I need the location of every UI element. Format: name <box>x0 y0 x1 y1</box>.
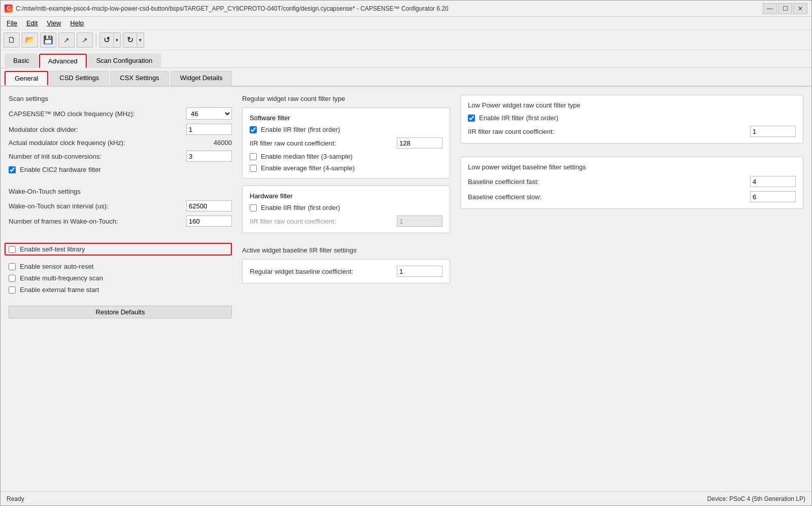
settings-panel: Scan settings CAPSENSE™ IMO clock freque… <box>1 87 811 491</box>
init-sub-label: Number of init sub-conversions: <box>9 153 182 160</box>
lp-iir-coeff-input[interactable] <box>750 126 796 137</box>
tab-scan-configuration[interactable]: Scan Configuration <box>88 54 161 68</box>
save-button[interactable]: 💾 <box>40 32 56 48</box>
wake-frames-row: Number of frames in Wake-on-Touch: <box>9 215 232 227</box>
cic2-row: Enable CIC2 hardware filter <box>9 166 232 173</box>
menu-help[interactable]: Help <box>66 18 88 28</box>
actual-freq-value: 46000 <box>214 139 232 147</box>
init-sub-row: Number of init sub-conversions: <box>9 151 232 162</box>
baseline-coeff-input[interactable] <box>397 266 443 277</box>
lp-iir-label[interactable]: Enable IIR filter (first order) <box>479 114 558 122</box>
actual-freq-row: Actual modulator clock frequency (kHz): … <box>9 139 232 147</box>
lp-slow-row: Baseline coefficient slow: <box>468 191 796 202</box>
sub-tabs: General CSD Settings CSX Settings Widget… <box>1 68 811 87</box>
hw-iir-row: Enable IIR filter (first order) <box>250 204 443 211</box>
sensor-reset-checkbox[interactable] <box>9 263 16 270</box>
iir-coeff-label: IIR filter raw count coefficient: <box>250 139 393 147</box>
menu-file[interactable]: File <box>3 18 21 28</box>
subtab-widget-details[interactable]: Widget Details <box>171 71 232 86</box>
sw-iir-checkbox[interactable] <box>250 126 257 133</box>
toolbar: 🗋 📂 💾 ↗ ↗ ↺ ▾ ↻ ▾ <box>1 30 811 50</box>
undo-dropdown-button[interactable]: ▾ <box>114 32 121 48</box>
sensor-reset-label[interactable]: Enable sensor auto-reset <box>20 263 93 270</box>
close-button[interactable]: ✕ <box>793 3 807 14</box>
open-button[interactable]: 📂 <box>22 32 38 48</box>
hw-iir-label[interactable]: Enable IIR filter (first order) <box>261 204 340 211</box>
median-checkbox[interactable] <box>250 153 257 160</box>
wake-interval-label: Wake-on-Touch scan interval (us): <box>9 202 182 210</box>
self-test-label[interactable]: Enable self-test library <box>20 245 85 253</box>
wake-settings-title: Wake-On-Touch settings <box>9 188 232 195</box>
scan-settings-block: Scan settings CAPSENSE™ IMO clock freque… <box>9 95 232 173</box>
baseline-coeff-row: Regular widget baseline coefficient: <box>250 266 443 277</box>
window-title: C:/mtw/mtb-example-psoc4-msclp-low-power… <box>16 5 449 12</box>
multi-freq-label[interactable]: Enable multi-frequency scan <box>20 274 103 282</box>
imo-row: CAPSENSE™ IMO clock frequency (MHz): 46 … <box>9 107 232 120</box>
ext-frame-label[interactable]: Enable external frame start <box>20 286 99 294</box>
hw-iir-checkbox[interactable] <box>250 204 257 211</box>
cic2-label[interactable]: Enable CIC2 hardware filter <box>20 166 101 173</box>
software-filter-panel: Software filter Enable IIR filter (first… <box>242 107 450 178</box>
average-checkbox[interactable] <box>250 165 257 172</box>
redo-dropdown-button[interactable]: ▾ <box>137 32 144 48</box>
scan-settings-title: Scan settings <box>9 95 232 102</box>
init-sub-input[interactable] <box>186 151 232 162</box>
actual-freq-label: Actual modulator clock frequency (kHz): <box>9 139 210 147</box>
tab-advanced[interactable]: Advanced <box>39 54 87 68</box>
status-bar: Ready Device: PSoC 4 (5th Generation LP) <box>1 491 811 505</box>
lp-filter-title: Low Power widget raw count filter type <box>468 101 796 109</box>
window-controls: — ☐ ✕ <box>763 3 807 14</box>
lp-iir-coeff-row: IIR filter raw count coefficient: <box>468 126 796 137</box>
lp-fast-row: Baseline coefficient fast: <box>468 176 796 187</box>
imo-label: CAPSENSE™ IMO clock frequency (MHz): <box>9 110 182 118</box>
modulator-input[interactable] <box>186 124 232 135</box>
right-column: Low Power widget raw count filter type E… <box>460 95 803 483</box>
wake-frames-input[interactable] <box>186 215 232 227</box>
tab-basic[interactable]: Basic <box>5 54 38 68</box>
wake-interval-row: Wake-on-Touch scan interval (us): <box>9 200 232 211</box>
minimize-button[interactable]: — <box>763 3 777 14</box>
status-right: Device: PSoC 4 (5th Generation LP) <box>707 495 805 502</box>
multi-freq-row: Enable multi-frequency scan <box>9 274 232 282</box>
multi-freq-checkbox[interactable] <box>9 275 16 282</box>
lp-filter-block: Low Power widget raw count filter type E… <box>460 95 803 143</box>
main-content: General CSD Settings CSX Settings Widget… <box>1 68 811 491</box>
lp-iir-checkbox[interactable] <box>468 115 475 122</box>
lp-fast-input[interactable] <box>750 176 796 187</box>
regular-filter-block: Regular widget raw count filter type Sof… <box>242 95 450 240</box>
software-filter-title: Software filter <box>250 114 443 122</box>
average-row: Enable average filter (4-sample) <box>250 164 443 172</box>
hw-iir-coeff-row: IIR filter raw count coefficient: <box>250 215 443 227</box>
lp-slow-input[interactable] <box>750 191 796 202</box>
active-baseline-panel: Regular widget baseline coefficient: <box>242 259 450 283</box>
lp-iir-row: Enable IIR filter (first order) <box>468 114 796 122</box>
baseline-coeff-label: Regular widget baseline coefficient: <box>250 268 393 275</box>
undo-button[interactable]: ↺ <box>99 32 114 48</box>
hardware-filter-title: Hardware filter <box>250 192 443 200</box>
subtab-csx-settings[interactable]: CSX Settings <box>110 71 168 86</box>
median-label[interactable]: Enable median filter (3-sample) <box>261 153 353 160</box>
menu-view[interactable]: View <box>43 18 65 28</box>
sw-iir-label[interactable]: Enable IIR filter (first order) <box>261 126 340 133</box>
iir-coeff-input[interactable] <box>397 137 443 149</box>
hardware-filter-panel: Hardware filter Enable IIR filter (first… <box>242 186 450 233</box>
subtab-csd-settings[interactable]: CSD Settings <box>50 71 109 86</box>
redo-button[interactable]: ↻ <box>123 32 137 48</box>
cic2-checkbox[interactable] <box>9 166 16 173</box>
export-button[interactable]: ↗ <box>58 32 75 48</box>
average-label[interactable]: Enable average filter (4-sample) <box>261 164 355 172</box>
new-button[interactable]: 🗋 <box>4 32 20 48</box>
imo-select[interactable]: 46 48 44 <box>186 107 232 120</box>
menu-edit[interactable]: Edit <box>22 18 42 28</box>
modulator-row: Modulator clock divider: <box>9 124 232 135</box>
export2-button[interactable]: ↗ <box>77 32 93 48</box>
ext-frame-checkbox[interactable] <box>9 286 16 294</box>
self-test-checkbox[interactable] <box>9 246 16 253</box>
subtab-general[interactable]: General <box>5 71 48 86</box>
wake-frames-label: Number of frames in Wake-on-Touch: <box>9 218 182 225</box>
toolbar-separator <box>96 34 96 46</box>
maximize-button[interactable]: ☐ <box>778 3 792 14</box>
restore-defaults-button[interactable]: Restore Defaults <box>9 306 232 318</box>
left-column: Scan settings CAPSENSE™ IMO clock freque… <box>9 95 232 483</box>
wake-interval-input[interactable] <box>186 200 232 211</box>
